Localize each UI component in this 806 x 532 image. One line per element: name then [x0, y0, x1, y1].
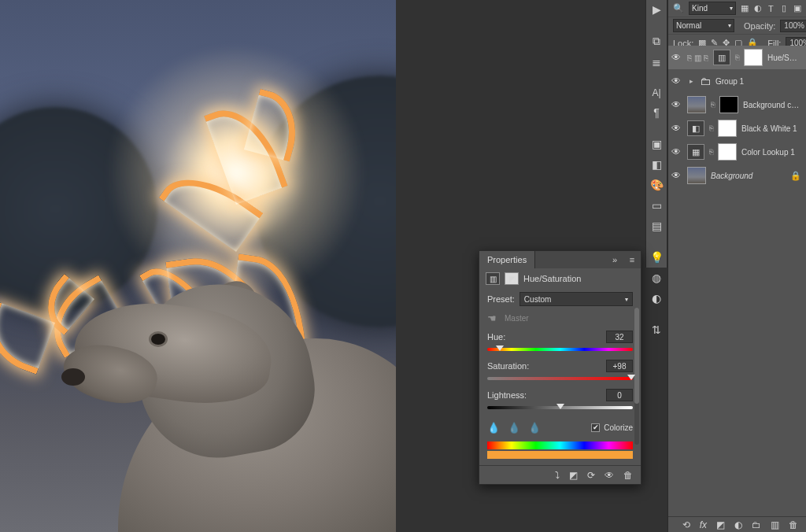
mask-link-icon[interactable]: ⎘ — [709, 124, 713, 132]
colorize-checkbox[interactable]: ✔ Colorize — [591, 423, 633, 432]
layer-name[interactable]: Background — [711, 172, 786, 180]
mask-link-icon[interactable]: ⎘ — [709, 148, 713, 156]
hue-track[interactable] — [487, 345, 633, 353]
adjustment-icon[interactable]: ◧ — [687, 120, 704, 136]
lock-icon[interactable]: 🔒 — [790, 171, 801, 181]
mask-thumb[interactable] — [719, 96, 738, 113]
lightness-value[interactable]: 0 — [606, 389, 633, 401]
filter-type-icon[interactable]: T — [767, 3, 775, 14]
eyedropper-sub-icon[interactable]: 💧 — [528, 421, 541, 434]
layer-row[interactable]: 👁◧⎘Black & White 1 — [668, 116, 806, 140]
delete-adjust-icon[interactable]: 🗑 — [623, 470, 633, 481]
targeted-adjust-icon[interactable]: ☚ — [487, 312, 497, 324]
layer-fx-icon[interactable]: fx — [700, 519, 707, 530]
filter-shape-icon[interactable]: ▯ — [780, 3, 789, 14]
mask-thumb[interactable] — [718, 120, 737, 137]
hue-gradient — [487, 348, 633, 351]
globe-icon[interactable]: ◍ — [649, 272, 664, 284]
swatches-icon[interactable]: ◧ — [649, 158, 664, 171]
bulb-icon[interactable]: 💡 — [649, 251, 664, 264]
scrollbar-thumb[interactable] — [634, 308, 639, 404]
visibility-icon[interactable]: 👁 — [670, 170, 682, 181]
new-group-icon[interactable]: 🗀 — [752, 519, 761, 530]
tab-properties[interactable]: Properties — [479, 251, 535, 268]
mask-link-icon[interactable]: ⎘ — [711, 101, 715, 109]
reset-icon[interactable]: ⟳ — [587, 470, 595, 481]
input-spectrum — [487, 441, 633, 449]
visibility-icon[interactable]: 👁 — [670, 99, 682, 110]
window-icon[interactable]: ▭ — [649, 199, 664, 212]
properties-panel[interactable]: Properties » ≡ ▥ ◩ Hue/Saturation Preset… — [479, 250, 641, 485]
layer-name[interactable]: Color Lookup 1 — [741, 148, 801, 157]
new-adjust-icon[interactable]: ◐ — [734, 519, 742, 530]
mask-thumb[interactable] — [718, 143, 737, 161]
layers-bottom-bar: ⟲ fx ◩ ◐ 🗀 ▥ 🗑 — [668, 516, 806, 532]
link-layers-icon[interactable]: ⟲ — [682, 519, 690, 530]
character-icon[interactable]: A| — [649, 87, 664, 98]
opacity-label: Opacity: — [744, 21, 775, 31]
color-icon[interactable]: 🎨 — [649, 179, 664, 191]
presets-icon[interactable]: ≣ — [649, 56, 664, 68]
clip-to-layer-icon[interactable]: ⤵ — [555, 470, 560, 481]
lightness-track[interactable] — [487, 404, 633, 412]
layer-row[interactable]: 👁⎘Background copy — [668, 93, 806, 116]
color-range-select: Master — [505, 314, 529, 323]
paragraph-icon[interactable]: ¶ — [649, 106, 664, 119]
blend-mode-select[interactable]: Normal▾ — [673, 19, 734, 32]
visibility-icon[interactable]: 👁 — [670, 52, 682, 63]
properties-tab-label: Properties — [487, 255, 527, 264]
layer-row[interactable]: 👁▸🗀Group 1 — [668, 69, 806, 93]
filter-pixel-icon[interactable]: ▦ — [741, 3, 749, 14]
layer-name[interactable]: Group 1 — [715, 77, 801, 86]
visibility-icon[interactable]: 👁 — [670, 76, 682, 87]
adjustment-link-icons[interactable]: ⎘▥⎘ — [687, 54, 708, 62]
new-layer-icon[interactable]: ▥ — [771, 519, 779, 530]
layer-thumb[interactable] — [687, 96, 706, 113]
delete-layer-icon[interactable]: 🗑 — [789, 519, 798, 530]
saturation-value[interactable]: +98 — [606, 360, 633, 372]
visibility-icon[interactable]: 👁 — [670, 146, 682, 157]
sphere-icon[interactable]: ◐ — [649, 292, 664, 305]
visibility-icon[interactable]: 👁 — [670, 123, 682, 134]
layer-row[interactable]: 👁⎘▥⎘▥⎘Hue/Sa...tion 1 — [668, 46, 806, 69]
layers-panel: 🔍 Kind▾ ▦ ◐ T ▯ ▣ Normal▾ Opacity: 100%▾… — [667, 0, 806, 532]
mask-thumb[interactable] — [744, 49, 763, 66]
lightness-thumb[interactable] — [556, 404, 564, 409]
filter-adjust-icon[interactable]: ◐ — [754, 3, 763, 14]
adjustment-icon[interactable]: ▥ — [713, 50, 730, 65]
layer-name[interactable]: Background copy — [743, 101, 801, 109]
saturation-thumb[interactable] — [627, 375, 635, 380]
layer-row[interactable]: 👁Background🔒 — [668, 164, 806, 187]
layer-name[interactable]: Hue/Sa...tion 1 — [767, 54, 801, 62]
group-disclosure-icon[interactable]: ▸ — [687, 77, 695, 85]
eyedropper-add-icon[interactable]: 💧 — [508, 421, 520, 434]
toggle-vis-icon[interactable]: 👁 — [604, 470, 614, 481]
3d-icon[interactable]: ▣ — [649, 138, 664, 150]
adjustment-icon[interactable]: ▦ — [687, 144, 704, 160]
collapse-panel-icon[interactable]: » — [606, 251, 623, 268]
layer-thumb[interactable] — [687, 167, 706, 184]
mask-link-icon[interactable]: ⎘ — [735, 54, 739, 61]
hue-value[interactable]: 32 — [606, 331, 633, 343]
preset-select[interactable]: Custom▾ — [519, 292, 633, 306]
filter-smart-icon[interactable]: ▣ — [793, 3, 801, 14]
hue-thumb[interactable] — [496, 345, 504, 351]
panel-menu-icon[interactable]: ≡ — [623, 251, 641, 268]
adjustment-mask-icon[interactable]: ◩ — [505, 272, 519, 285]
play-icon[interactable]: ▶ — [649, 3, 664, 16]
view-previous-icon[interactable]: ◩ — [569, 470, 578, 481]
layer-mask-icon[interactable]: ◩ — [716, 519, 725, 530]
saturation-track[interactable] — [487, 375, 633, 382]
history-icon[interactable]: ⧉ — [649, 35, 664, 48]
saturation-label: Saturation: — [487, 361, 529, 371]
layers-filter-kind[interactable]: Kind▾ — [689, 2, 736, 15]
layer-row[interactable]: 👁▦⎘Color Lookup 1 — [668, 140, 806, 164]
layer-list: 👁⎘▥⎘▥⎘Hue/Sa...tion 1👁▸🗀Group 1👁⎘Backgro… — [668, 46, 806, 516]
library-icon[interactable]: ▤ — [649, 220, 664, 232]
eyedropper-icon[interactable]: 💧 — [487, 421, 500, 434]
document-canvas[interactable] — [0, 0, 396, 532]
properties-icon[interactable]: ⇅ — [649, 323, 664, 336]
preset-row: Preset: Custom▾ — [487, 292, 633, 306]
opacity-value[interactable]: 100%▾ — [780, 20, 806, 32]
layer-name[interactable]: Black & White 1 — [741, 124, 801, 133]
